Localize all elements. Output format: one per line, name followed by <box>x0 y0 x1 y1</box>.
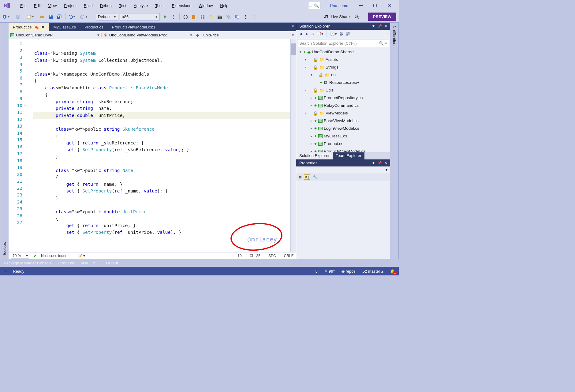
preview-button[interactable]: PREVIEW <box>368 13 396 21</box>
tree-node[interactable]: ▾🔒📁Utils <box>296 86 390 94</box>
nav-class-combo[interactable]: 🞛UnoConfDemo.ViewModels.Prod▾ <box>102 33 195 37</box>
panel-pin-button[interactable]: 📌 <box>378 161 382 165</box>
se-back-button[interactable]: ◄ <box>299 32 303 36</box>
branch-name[interactable]: ⎇ master ▴ <box>362 269 383 274</box>
vs-logo-icon[interactable] <box>2 1 12 10</box>
bottom-tab[interactable]: Error List <box>58 261 74 265</box>
solution-explorer-tab[interactable]: Solution Explorer <box>296 152 333 159</box>
windows-icon[interactable] <box>199 13 206 20</box>
se-home-button[interactable]: ⌂ <box>312 32 314 36</box>
menu-debug[interactable]: Debug <box>96 2 115 10</box>
tree-node[interactable]: ▸🔒📁Assets <box>296 56 390 63</box>
menu-analyze[interactable]: Analyze <box>130 2 151 10</box>
notifications-bell[interactable]: 🔔1 <box>390 269 395 274</box>
vertical-scrollbar[interactable] <box>290 39 296 252</box>
zoom-combo[interactable]: 70 %▾ <box>11 253 29 259</box>
step-dots3-icon[interactable]: ⋮ <box>251 13 257 20</box>
diff-icon[interactable] <box>233 13 240 20</box>
panel-options-button[interactable]: ▼ <box>372 161 375 165</box>
menu-file[interactable]: File <box>17 2 30 10</box>
bottom-tab[interactable]: Package Manager Console <box>4 261 52 265</box>
panel-pin-button[interactable]: 📌 <box>378 24 382 28</box>
menu-tools[interactable]: Tools <box>151 2 168 10</box>
step-dots2-icon[interactable]: ⋮ <box>242 13 249 20</box>
se-sync-button[interactable]: 📑▾ <box>316 32 323 36</box>
live-share-button[interactable]: Live Share <box>331 14 350 19</box>
menu-window[interactable]: Window <box>195 2 216 10</box>
doc-tab[interactable]: ProductsViewModel.cs:1 <box>108 23 160 31</box>
undo-button[interactable]: ▼ <box>68 13 78 20</box>
nav-back-button[interactable]: ▼ <box>2 13 13 20</box>
solution-config-combo[interactable]: Debug▾ <box>96 13 118 21</box>
intellisense-icon[interactable]: 📝 ▾ <box>78 254 85 258</box>
tree-node[interactable]: ▸+C#BaseViewModel.cs <box>296 117 390 125</box>
camera-icon[interactable]: 📷 <box>216 13 223 20</box>
feedback-icon[interactable] <box>355 14 360 20</box>
nav-project-combo[interactable]: C#UnoConfDemo.UWP▾ <box>9 33 102 37</box>
panel-close-button[interactable]: ✕ <box>384 24 387 28</box>
save-button[interactable] <box>47 13 54 20</box>
window-close-button[interactable] <box>382 0 396 11</box>
menu-build[interactable]: Build <box>80 2 96 10</box>
nav-forward-button[interactable] <box>15 13 21 20</box>
horizontal-scrollbar[interactable] <box>92 254 225 257</box>
bottom-tab[interactable]: Task List ... <box>80 261 100 265</box>
save-all-button[interactable] <box>56 13 63 20</box>
repo-name[interactable]: ◈ repos <box>342 269 356 274</box>
magic-icon[interactable]: ✨ <box>208 13 215 20</box>
notifications-tab[interactable]: Notifications <box>390 23 399 259</box>
menu-help[interactable]: Help <box>216 2 232 10</box>
se-copy-button[interactable]: 🗐 <box>346 32 350 36</box>
tree-node[interactable]: +🗎Resources.resw <box>296 79 390 86</box>
panel-close-button[interactable]: ✕ <box>384 161 387 165</box>
menu-test[interactable]: Test <box>115 2 130 10</box>
tree-node[interactable]: ▾🔒📁ViewModels <box>296 109 390 117</box>
se-showall-button[interactable]: 🗐 <box>339 32 343 36</box>
redo-button[interactable]: ▼ <box>80 13 91 20</box>
pending-changes[interactable]: ✎ 99* <box>324 269 335 274</box>
menu-extensions[interactable]: Extensions <box>168 2 195 10</box>
menu-edit[interactable]: Edit <box>30 2 44 10</box>
window-maximize-button[interactable] <box>368 0 382 11</box>
se-overflow-button[interactable]: ›› <box>386 32 388 35</box>
quick-search-box[interactable]: 🔍 <box>308 2 320 9</box>
new-project-button[interactable]: ✳▼ <box>27 13 37 20</box>
tree-node[interactable]: ▸+C#LoginViewModel.cs <box>296 125 390 132</box>
team-explorer-tab[interactable]: Team Explorer <box>333 152 364 159</box>
props-alpha-button[interactable]: A↓ <box>304 174 310 180</box>
nav-member-combo[interactable]: ◆_unitPrice▾ <box>194 33 296 37</box>
doc-tab[interactable]: Product.cs 📌 ✕ <box>9 23 49 31</box>
step-dots1-icon[interactable]: ⋮ <box>170 13 177 20</box>
menu-project[interactable]: Project <box>60 2 80 10</box>
solution-platform-combo[interactable]: x86▾ <box>120 13 160 21</box>
tree-node[interactable]: ▸+C#ProductsViewModel.cs <box>296 147 390 152</box>
tree-node[interactable]: ▸+C#RelayCommand.cs <box>296 102 390 109</box>
props-categorized-button[interactable]: ⧉ <box>299 175 301 180</box>
tree-node[interactable]: ▾🔒📁en <box>296 71 390 79</box>
note-icon[interactable] <box>191 13 197 20</box>
window-minimize-button[interactable] <box>354 0 368 11</box>
panel-options-button[interactable]: ▼ <box>372 24 375 28</box>
tree-node[interactable]: ▸+C#Product.cs <box>296 140 390 147</box>
outgoing-commits[interactable]: ↑ 5 <box>312 269 317 274</box>
se-search-box[interactable]: Search Solution Explorer (Ctrl+;) 🔍 ▾ <box>297 39 389 47</box>
properties-selector[interactable]: ▾ <box>296 166 390 173</box>
bottom-tab[interactable]: Output <box>106 261 118 265</box>
solution-explorer-tree[interactable]: ▾+◈UnoConfDemo.Shared▸🔒📁Assets▾🔒📁Strings… <box>296 48 390 152</box>
open-file-button[interactable] <box>39 13 46 20</box>
tree-node[interactable]: ▾+◈UnoConfDemo.Shared <box>296 48 390 56</box>
record-icon[interactable]: ◯ <box>182 13 189 20</box>
tab-overflow-button[interactable]: ▾ <box>292 24 294 28</box>
tree-node[interactable]: ▸+C#ProductRepository.cs <box>296 94 390 102</box>
tree-node[interactable]: ▾🔒📁Strings <box>296 63 390 71</box>
close-icon[interactable]: ✕ <box>41 25 45 29</box>
se-history-button[interactable]: 🕓▾ <box>330 32 337 36</box>
doc-tab[interactable]: MyClass1.cs <box>49 23 80 31</box>
tree-node[interactable]: ▸+C#MyClass1.cs <box>296 132 390 140</box>
attach-icon[interactable]: 📎 <box>225 13 232 20</box>
se-forward-button[interactable]: ► <box>305 32 309 36</box>
props-pages-button[interactable]: 🔧 <box>313 175 318 179</box>
start-debug-button[interactable] <box>162 13 168 20</box>
menu-view[interactable]: View <box>44 2 60 10</box>
toolbox-tab[interactable]: Toolbox <box>0 23 9 259</box>
